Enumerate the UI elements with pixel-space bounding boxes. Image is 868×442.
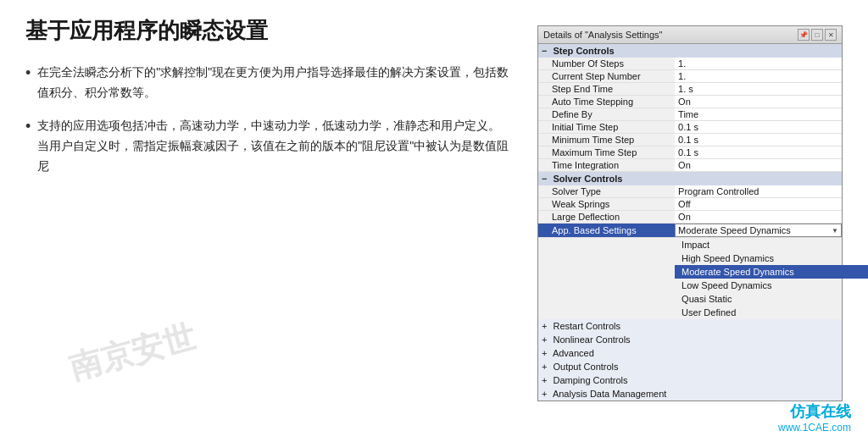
step-controls-header[interactable]: − Step Controls bbox=[538, 44, 842, 58]
prop-define-by: Define By Time bbox=[538, 108, 842, 121]
nonlinear-controls-section[interactable]: + Nonlinear Controls bbox=[538, 333, 842, 346]
dropdown-item-quasi-static[interactable]: Quasi Static bbox=[675, 292, 868, 306]
analysis-data-section[interactable]: + Analysis Data Management bbox=[538, 387, 842, 401]
prop-val-current-step: 1. bbox=[675, 70, 842, 83]
solver-controls-toggle: − bbox=[542, 174, 547, 184]
prop-name-large-deflection: Large Deflection bbox=[538, 211, 675, 224]
details-title-text: Details of "Analysis Settings" bbox=[543, 30, 662, 40]
prop-val-step-end-time: 1. s bbox=[675, 83, 842, 96]
advanced-section[interactable]: + Advanced bbox=[538, 346, 842, 360]
brand-main-text: 仿真在线 bbox=[778, 401, 851, 422]
prop-number-of-steps: Number Of Steps 1. bbox=[538, 58, 842, 70]
prop-max-time-step: Maximum Time Step 0.1 s bbox=[538, 146, 842, 159]
step-controls-label: Step Controls bbox=[554, 46, 615, 56]
prop-name-max-time: Maximum Time Step bbox=[538, 146, 675, 159]
prop-val-app-based[interactable]: Moderate Speed Dynamics ▼ bbox=[675, 224, 842, 238]
dropdown-menu-table: Impact High Speed Dynamics Moderate Spee… bbox=[675, 238, 868, 319]
bullet-text-1: 在完全法瞬态分析下的"求解控制"现在更方便为用户指导选择最佳的解决方案设置，包括… bbox=[37, 63, 512, 103]
prop-name-auto-time: Auto Time Stepping bbox=[538, 96, 675, 108]
output-controls-section[interactable]: + Output Controls bbox=[538, 360, 842, 373]
step-controls-toggle: − bbox=[542, 46, 547, 56]
solver-controls-label: Solver Controls bbox=[554, 174, 623, 184]
details-titlebar: Details of "Analysis Settings" 📌 □ ✕ bbox=[538, 26, 842, 44]
restart-toggle: + bbox=[542, 321, 547, 331]
titlebar-buttons: 📌 □ ✕ bbox=[798, 29, 837, 41]
watermark: 南京安世 bbox=[64, 315, 200, 390]
prop-app-based-settings[interactable]: App. Based Settings Moderate Speed Dynam… bbox=[538, 224, 842, 238]
prop-auto-time-stepping: Auto Time Stepping On bbox=[538, 96, 842, 108]
prop-name-min-time: Minimum Time Step bbox=[538, 134, 675, 146]
damping-controls-section[interactable]: + Damping Controls bbox=[538, 373, 842, 387]
dropdown-item-impact[interactable]: Impact bbox=[675, 238, 868, 251]
prop-val-auto-time: On bbox=[675, 96, 842, 108]
details-window: Details of "Analysis Settings" 📌 □ ✕ − S… bbox=[537, 25, 843, 401]
prop-val-min-time: 0.1 s bbox=[675, 134, 842, 146]
prop-name-time-integ: Time Integration bbox=[538, 159, 675, 172]
restart-controls-label: Restart Controls bbox=[554, 321, 620, 331]
analysis-data-toggle: + bbox=[542, 389, 547, 399]
prop-large-deflection: Large Deflection On bbox=[538, 211, 842, 224]
advanced-toggle: + bbox=[542, 348, 547, 358]
prop-initial-time-step: Initial Time Step 0.1 s bbox=[538, 121, 842, 134]
prop-name-app-based: App. Based Settings bbox=[538, 224, 675, 238]
output-toggle: + bbox=[542, 362, 547, 372]
prop-val-large-deflection: On bbox=[675, 211, 842, 224]
page-title: 基于应用程序的瞬态设置 bbox=[25, 17, 512, 46]
nonlinear-toggle: + bbox=[542, 334, 547, 345]
analysis-data-label: Analysis Data Management bbox=[553, 389, 667, 399]
dropdown-option-quasi-static[interactable]: Quasi Static bbox=[675, 292, 868, 306]
bullet-item-1: • 在完全法瞬态分析下的"求解控制"现在更方便为用户指导选择最佳的解决方案设置，… bbox=[25, 63, 512, 103]
close-button[interactable]: ✕ bbox=[825, 29, 837, 41]
dropdown-option-impact[interactable]: Impact bbox=[675, 238, 868, 251]
prop-name-initial-time: Initial Time Step bbox=[538, 121, 675, 134]
prop-name-step-end-time: Step End Time bbox=[538, 83, 675, 96]
bullet-dot-1: • bbox=[25, 64, 31, 82]
main-container: 基于应用程序的瞬态设置 • 在完全法瞬态分析下的"求解控制"现在更方便为用户指导… bbox=[0, 0, 868, 442]
prop-step-end-time: Step End Time 1. s bbox=[538, 83, 842, 96]
dropdown-option-user-defined[interactable]: User Defined bbox=[675, 306, 868, 319]
dropdown-item-high-speed[interactable]: High Speed Dynamics bbox=[675, 251, 868, 265]
prop-solver-type: Solver Type Program Controlled bbox=[538, 185, 842, 198]
restore-button[interactable]: □ bbox=[811, 29, 823, 41]
left-panel: 基于应用程序的瞬态设置 • 在完全法瞬态分析下的"求解控制"现在更方便为用户指导… bbox=[25, 17, 520, 425]
dropdown-item-user-defined[interactable]: User Defined bbox=[675, 306, 868, 319]
dropdown-option-moderate-speed[interactable]: Moderate Speed Dynamics bbox=[675, 265, 868, 279]
prop-val-define-by: Time bbox=[675, 108, 842, 121]
prop-val-weak-springs: Off bbox=[675, 198, 842, 211]
dropdown-option-low-speed[interactable]: Low Speed Dynamics bbox=[675, 279, 868, 292]
bullet-dot-2: • bbox=[25, 118, 31, 135]
prop-val-time-integ: On bbox=[675, 159, 842, 172]
prop-current-step: Current Step Number 1. bbox=[538, 70, 842, 83]
pin-button[interactable]: 📌 bbox=[798, 29, 810, 41]
details-table: − Step Controls Number Of Steps 1. Curre… bbox=[538, 44, 842, 401]
prop-name-solver-type: Solver Type bbox=[538, 185, 675, 198]
solver-controls-header[interactable]: − Solver Controls bbox=[538, 172, 842, 186]
prop-name-current-step: Current Step Number bbox=[538, 70, 675, 83]
prop-val-solver-type: Program Controlled bbox=[675, 185, 842, 198]
prop-min-time-step: Minimum Time Step 0.1 s bbox=[538, 134, 842, 146]
brand-sub-text: www.1CAE.com bbox=[778, 422, 851, 434]
prop-val-number-of-steps: 1. bbox=[675, 58, 842, 70]
dropdown-item-low-speed[interactable]: Low Speed Dynamics bbox=[675, 279, 868, 292]
bottom-brand: 仿真在线 www.1CAE.com bbox=[778, 401, 851, 434]
dropdown-menu-row: Impact High Speed Dynamics Moderate Spee… bbox=[538, 238, 842, 320]
restart-controls-section[interactable]: + Restart Controls bbox=[538, 319, 842, 333]
prop-val-initial-time: 0.1 s bbox=[675, 121, 842, 134]
right-panel: Details of "Analysis Settings" 📌 □ ✕ − S… bbox=[537, 25, 843, 425]
prop-weak-springs: Weak Springs Off bbox=[538, 198, 842, 211]
prop-time-integration: Time Integration On bbox=[538, 159, 842, 172]
dropdown-arrow-icon: ▼ bbox=[832, 227, 838, 235]
dropdown-option-high-speed[interactable]: High Speed Dynamics bbox=[675, 251, 868, 265]
output-controls-label: Output Controls bbox=[554, 362, 619, 372]
prop-name-define-by: Define By bbox=[538, 108, 675, 121]
app-based-dropdown[interactable]: Moderate Speed Dynamics ▼ bbox=[675, 224, 842, 237]
bullet-text-2: 支持的应用选项包括冲击，高速动力学，中速动力学，低速动力学，准静态和用户定义。当… bbox=[37, 116, 512, 176]
app-based-value: Moderate Speed Dynamics bbox=[678, 225, 791, 235]
damping-controls-label: Damping Controls bbox=[554, 375, 628, 385]
advanced-label: Advanced bbox=[553, 348, 594, 358]
damping-toggle: + bbox=[542, 375, 547, 385]
prop-name-number-of-steps: Number Of Steps bbox=[538, 58, 675, 70]
dropdown-item-moderate-speed[interactable]: Moderate Speed Dynamics bbox=[675, 265, 868, 279]
nonlinear-controls-label: Nonlinear Controls bbox=[554, 334, 631, 345]
prop-name-weak-springs: Weak Springs bbox=[538, 198, 675, 211]
